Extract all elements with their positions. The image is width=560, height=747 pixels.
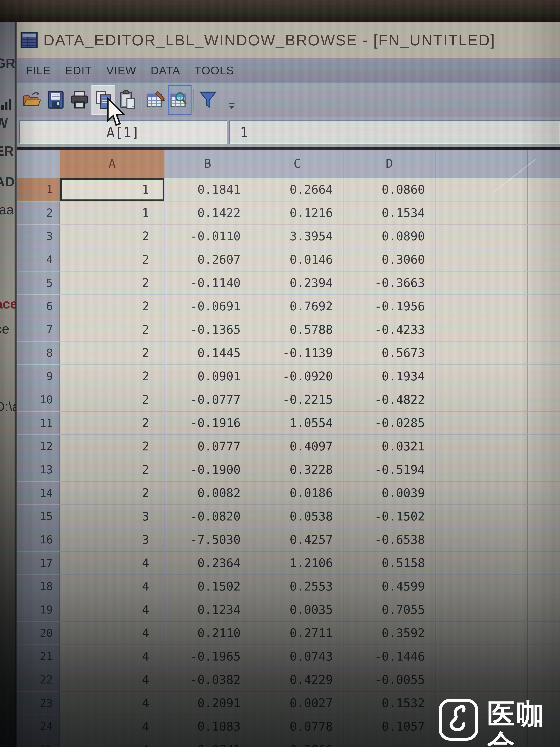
cell-empty[interactable] bbox=[528, 365, 560, 388]
cell-col-C[interactable]: 0.0778 bbox=[251, 715, 344, 738]
cell-col-B[interactable]: -0.0382 bbox=[164, 668, 251, 691]
row-number[interactable]: 1 bbox=[17, 178, 60, 201]
cell-col-B[interactable]: 0.1841 bbox=[164, 178, 251, 201]
cell-empty[interactable] bbox=[435, 668, 528, 691]
cell-empty[interactable] bbox=[528, 272, 560, 294]
cell-col-B[interactable]: 0.2091 bbox=[164, 692, 251, 715]
cell-empty[interactable] bbox=[435, 552, 528, 574]
cell-empty[interactable] bbox=[528, 482, 560, 505]
row-number[interactable]: 20 bbox=[17, 622, 60, 644]
cell-col-A[interactable]: 3 bbox=[60, 528, 164, 551]
cell-empty[interactable] bbox=[435, 272, 528, 294]
menu-item[interactable]: TOOLS bbox=[194, 64, 234, 77]
cell-col-B[interactable]: -0.1900 bbox=[164, 458, 251, 481]
cell-col-C[interactable]: 0.2866 bbox=[251, 739, 344, 747]
cell-col-D[interactable]: 0.3592 bbox=[344, 622, 435, 644]
menu-item[interactable]: DATA bbox=[151, 64, 180, 77]
cell-empty[interactable] bbox=[528, 225, 560, 248]
cell-col-D[interactable]: -0.5194 bbox=[344, 458, 435, 481]
cell-col-C[interactable]: 0.4257 bbox=[251, 528, 344, 551]
cell-col-C[interactable]: 0.2394 bbox=[251, 272, 344, 294]
cell-col-B[interactable]: -0.1916 bbox=[164, 412, 251, 434]
cell-col-C[interactable]: 0.2664 bbox=[251, 178, 344, 201]
cell-empty[interactable] bbox=[435, 575, 528, 598]
cell-empty[interactable] bbox=[435, 435, 528, 458]
cell-col-A[interactable]: 4 bbox=[60, 622, 164, 644]
open-button[interactable] bbox=[20, 85, 44, 115]
cell-col-C[interactable]: 0.5788 bbox=[251, 318, 344, 341]
cell-col-A[interactable]: 2 bbox=[60, 272, 164, 294]
cell-col-C[interactable]: 0.0146 bbox=[251, 248, 344, 271]
cell-col-D[interactable]: 0.0890 bbox=[344, 225, 435, 248]
cell-col-D[interactable]: 0.1532 bbox=[344, 692, 435, 715]
cell-empty[interactable] bbox=[528, 178, 560, 201]
cell-col-A[interactable]: 2 bbox=[60, 435, 164, 458]
cell-empty[interactable] bbox=[528, 202, 560, 224]
cell-col-C[interactable]: 0.7692 bbox=[251, 295, 344, 318]
row-number[interactable]: 14 bbox=[17, 482, 60, 505]
cell-col-C[interactable]: 0.0027 bbox=[251, 692, 344, 715]
cell-col-D[interactable]: 0.5673 bbox=[344, 341, 435, 364]
row-number[interactable]: 5 bbox=[17, 272, 60, 294]
cell-col-D[interactable]: 0.0039 bbox=[344, 482, 435, 505]
print-button[interactable] bbox=[68, 85, 91, 115]
row-number[interactable]: 12 bbox=[17, 435, 60, 458]
row-number[interactable]: 16 bbox=[17, 528, 60, 551]
cell-col-D[interactable]: 0.4599 bbox=[344, 575, 435, 598]
cell-empty[interactable] bbox=[528, 412, 560, 434]
column-header[interactable]: A bbox=[60, 150, 164, 178]
cell-col-A[interactable]: 4 bbox=[60, 692, 164, 715]
cell-col-A[interactable]: 4 bbox=[60, 668, 164, 691]
formula-input[interactable]: 1 bbox=[229, 121, 560, 144]
cell-col-C[interactable]: 0.4097 bbox=[251, 435, 344, 458]
cell-empty[interactable] bbox=[435, 458, 528, 481]
cell-col-A[interactable]: 1 bbox=[60, 178, 164, 201]
cell-col-A[interactable]: 4 bbox=[60, 575, 164, 598]
row-number[interactable]: 8 bbox=[17, 341, 60, 364]
row-number[interactable]: 2 bbox=[17, 202, 60, 224]
cell-col-D[interactable]: 0.0860 bbox=[344, 178, 435, 201]
cell-col-C[interactable]: 0.2553 bbox=[251, 575, 344, 598]
row-number[interactable]: 15 bbox=[17, 505, 60, 528]
cell-col-B[interactable]: 0.0777 bbox=[164, 435, 251, 458]
cell-col-B[interactable]: 0.1083 bbox=[164, 715, 251, 738]
cell-empty[interactable] bbox=[435, 202, 528, 224]
row-number[interactable]: 17 bbox=[17, 552, 60, 574]
row-number[interactable]: 22 bbox=[17, 668, 60, 691]
cell-col-D[interactable]: -0.3663 bbox=[344, 272, 435, 294]
cell-col-C[interactable]: 0.0035 bbox=[251, 598, 344, 621]
cell-col-D[interactable]: -0.4233 bbox=[344, 318, 435, 341]
cell-col-C[interactable]: -0.2215 bbox=[251, 388, 344, 411]
cell-empty[interactable] bbox=[435, 622, 528, 644]
cell-col-C[interactable]: 3.3954 bbox=[251, 225, 344, 248]
row-number[interactable]: 10 bbox=[17, 388, 60, 411]
cell-col-C[interactable]: 0.4229 bbox=[251, 668, 344, 691]
cell-col-A[interactable]: 2 bbox=[60, 295, 164, 318]
column-header-empty[interactable] bbox=[435, 150, 528, 178]
cell-col-C[interactable]: 0.1216 bbox=[251, 202, 344, 224]
column-header[interactable]: B bbox=[164, 150, 251, 178]
cell-empty[interactable] bbox=[435, 178, 528, 201]
cell-col-B[interactable]: -0.1365 bbox=[164, 318, 251, 341]
cell-col-B[interactable]: 0.0901 bbox=[164, 365, 251, 388]
cell-col-A[interactable]: 2 bbox=[60, 341, 164, 364]
cell-col-B[interactable]: 0.0741 bbox=[164, 739, 251, 747]
cell-col-D[interactable]: -0.0285 bbox=[344, 412, 435, 434]
row-number[interactable]: 21 bbox=[17, 645, 60, 668]
cell-empty[interactable] bbox=[528, 575, 560, 598]
cell-col-B[interactable]: 0.1234 bbox=[164, 598, 251, 621]
cell-col-D[interactable]: -0.1446 bbox=[344, 645, 435, 668]
cell-empty[interactable] bbox=[528, 528, 560, 551]
cell-empty[interactable] bbox=[435, 388, 528, 411]
cell-col-C[interactable]: 0.0743 bbox=[251, 645, 344, 668]
cell-empty[interactable] bbox=[435, 295, 528, 318]
cell-col-A[interactable]: 2 bbox=[60, 482, 164, 505]
cell-col-A[interactable]: 2 bbox=[60, 365, 164, 388]
cell-col-A[interactable]: 1 bbox=[60, 202, 164, 224]
cell-empty[interactable] bbox=[528, 505, 560, 528]
cell-col-B[interactable]: -0.0691 bbox=[164, 295, 251, 318]
cell-col-B[interactable]: -0.0777 bbox=[164, 388, 251, 411]
row-number[interactable]: 3 bbox=[17, 225, 60, 248]
row-number[interactable]: 11 bbox=[17, 412, 60, 434]
cell-col-D[interactable]: 0.1934 bbox=[344, 365, 435, 388]
